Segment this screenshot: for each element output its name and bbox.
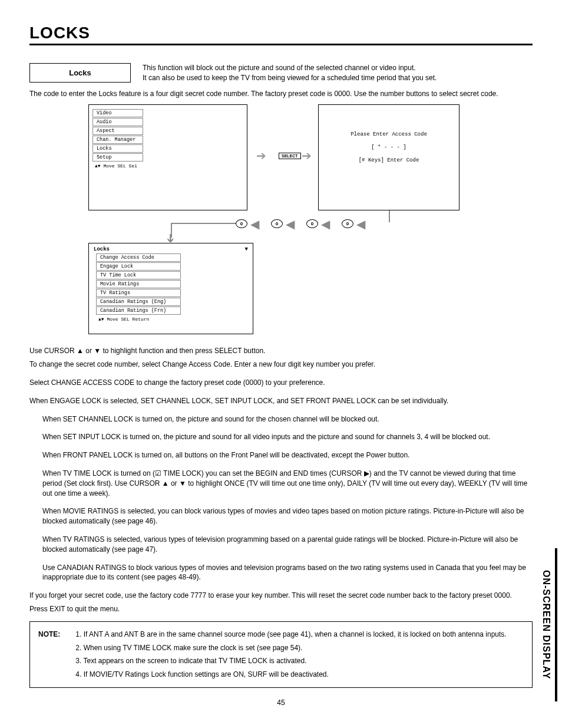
intro-line1: This function will block out the picture…: [143, 63, 533, 73]
body-p7: When FRONT PANEL LOCK is turned on, all …: [42, 450, 533, 460]
diagram-area: Video Audio Aspect Chan. Manager Locks S…: [29, 104, 533, 334]
note-item: 4. If MOVIE/TV Ratings Lock function set…: [75, 668, 520, 681]
note-box: NOTE: 1. If ANT A and ANT B are in the s…: [29, 621, 533, 688]
section-label-box: Locks: [29, 63, 131, 83]
menu-item: Aspect: [92, 127, 143, 135]
osd-access-code: Please Enter Access Code [ * - - - ] [# …: [318, 104, 459, 210]
body-p9: When MOVIE RATINGS is selected, you can …: [42, 506, 533, 526]
body-p2: To change the secret code number, select…: [29, 360, 533, 370]
arrow-left-icon: ◀: [286, 217, 295, 231]
access-line3: [# Keys] Enter Code: [325, 154, 453, 167]
osd-locks-menu: Locks▼ Change Access Code Engage Lock TV…: [88, 243, 253, 334]
osd-main-menu: Video Audio Aspect Chan. Manager Locks S…: [88, 104, 247, 210]
arrow-right-icon: ➔: [302, 149, 312, 163]
locks-sub-item: TV Time Lock: [96, 271, 181, 279]
arrow-left-icon: ◀: [356, 217, 365, 231]
note-label: NOTE:: [38, 628, 74, 641]
menu-item: Video: [92, 109, 143, 117]
locks-menu-footer: ▲▼ Move SEL Return: [96, 315, 250, 323]
body-p4: When ENGAGE LOCK is selected, SET CHANNE…: [29, 396, 533, 406]
body-p1: Use CURSOR ▲ or ▼ to highlight function …: [29, 346, 533, 356]
body-p5: When SET CHANNEL LOCK is turned on, the …: [42, 414, 533, 424]
locks-sub-item: Canadian Ratings (Frn): [96, 307, 181, 315]
body-p6: When SET INPUT LOCK is turned on, the pi…: [42, 432, 533, 442]
menu-item: Setup: [92, 153, 143, 162]
arrow-down-icon: ➔: [164, 233, 178, 243]
locks-menu-title: Locks▼: [91, 246, 250, 253]
locks-sub-item: Movie Ratings: [96, 280, 181, 288]
body-p3: Select CHANGE ACCESS CODE to change the …: [29, 378, 533, 388]
menu-item-locks: Locks: [92, 144, 143, 153]
zero-key-icon: 0: [342, 219, 353, 228]
arrow-left-icon: ◀: [321, 217, 330, 231]
body-p12: If you forget your secret code, use the …: [29, 591, 533, 601]
note-item: 2. When using TV TIME LOCK make sure the…: [75, 641, 520, 655]
select-button-label: SELECT: [279, 153, 301, 159]
zero-key-icon: 0: [271, 219, 283, 228]
locks-sub-item: TV Ratings: [96, 289, 181, 297]
locks-sub-item: Engage Lock: [96, 262, 181, 271]
menu-item: Chan. Manager: [92, 136, 143, 144]
intro-line2: It can also be used to keep the TV from …: [143, 73, 533, 83]
zero-key-icon: 0: [236, 219, 247, 228]
menu-item: Audio: [92, 118, 143, 126]
access-line1: Please Enter Access Code: [325, 129, 453, 141]
note-item: 1. If ANT A and ANT B are in the same ch…: [75, 628, 520, 641]
zero-key-icon: 0: [306, 219, 318, 228]
intro-text: This function will block out the picture…: [143, 63, 533, 83]
side-tab: ON-SCREEN DISPLAY: [541, 548, 557, 701]
body-p13: Press EXIT to quit the menu.: [29, 604, 533, 614]
page-title: LOCKS: [29, 24, 533, 45]
menu-footer: ▲▼ Move SEL Sel: [92, 162, 243, 170]
access-line2: [ * - - - ]: [325, 141, 453, 154]
pre-diagram-text: The code to enter the Locks feature is a…: [29, 89, 533, 99]
page-number: 45: [29, 699, 533, 707]
locks-sub-item: Canadian Ratings (Eng): [96, 298, 181, 306]
locks-sub-item: Change Access Code: [96, 253, 181, 262]
down-arrow-icon: ▼: [245, 246, 248, 252]
body-p8: When TV TIME LOCK is turned on (☑ TIME L…: [42, 469, 533, 498]
note-item: 3. Text appears on the screen to indicat…: [75, 654, 520, 668]
body-p11: Use CANADIAN RATINGS to block various ty…: [42, 563, 533, 583]
arrow-left-icon: ◀: [250, 217, 259, 231]
body-p10: When TV RATINGS is selected, various typ…: [42, 535, 533, 555]
arrow-right-icon: ➔: [256, 149, 266, 163]
